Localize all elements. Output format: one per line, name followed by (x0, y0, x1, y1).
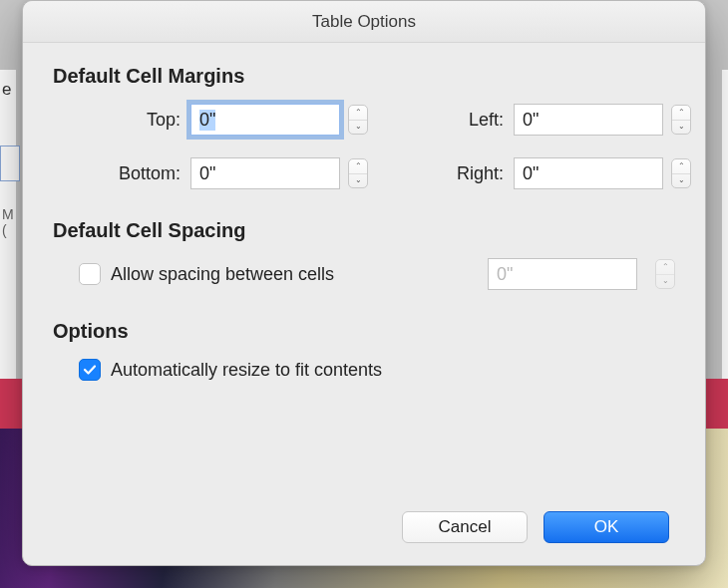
checkmark-icon (83, 363, 97, 377)
stepper-spacing: ⌃ ⌄ (655, 259, 675, 289)
stepper-down-icon[interactable]: ⌄ (349, 121, 367, 135)
background-document-strip (722, 70, 728, 389)
section-title-margins: Default Cell Margins (53, 65, 675, 88)
spacing-row: Allow spacing between cells ⌃ ⌄ (53, 258, 675, 290)
stepper-right[interactable]: ⌃ ⌄ (671, 158, 691, 188)
dialog-content: Default Cell Margins Top: ⌃ ⌄ Left: ⌃ ⌄ … (23, 43, 705, 565)
stepper-up-icon[interactable]: ⌃ (349, 106, 367, 121)
stepper-top[interactable]: ⌃ ⌄ (348, 105, 368, 135)
input-top[interactable] (190, 104, 340, 136)
input-bottom[interactable] (190, 157, 340, 189)
background-letter: M( (2, 206, 14, 238)
background-table-icon (0, 146, 20, 181)
table-options-dialog: Table Options Default Cell Margins Top: … (22, 0, 706, 566)
cancel-button[interactable]: Cancel (402, 511, 528, 543)
ok-button[interactable]: OK (544, 511, 669, 543)
stepper-bottom[interactable]: ⌃ ⌄ (348, 158, 368, 188)
label-left: Left: (418, 110, 514, 131)
label-allow-spacing: Allow spacing between cells (111, 264, 334, 285)
label-autofit: Automatically resize to fit contents (111, 360, 382, 381)
background-letter: e (2, 80, 11, 100)
dialog-title: Table Options (312, 12, 416, 32)
checkbox-autofit[interactable] (79, 359, 101, 381)
dialog-footer: Cancel OK (53, 511, 675, 549)
checkbox-allow-spacing[interactable] (79, 263, 101, 285)
stepper-up-icon[interactable]: ⌃ (672, 159, 690, 174)
titlebar: Table Options (23, 1, 705, 43)
label-bottom: Bottom: (79, 163, 190, 184)
input-spacing[interactable] (488, 258, 637, 290)
section-title-spacing: Default Cell Spacing (53, 219, 675, 242)
stepper-up-icon[interactable]: ⌃ (672, 106, 690, 121)
stepper-down-icon[interactable]: ⌄ (349, 174, 367, 188)
stepper-down-icon[interactable]: ⌄ (672, 121, 690, 135)
label-top: Top: (79, 110, 190, 131)
margins-grid: Top: ⌃ ⌄ Left: ⌃ ⌄ Bottom: ⌃ ⌄ Right: (53, 104, 675, 189)
stepper-left[interactable]: ⌃ ⌄ (671, 105, 691, 135)
stepper-down-icon[interactable]: ⌄ (672, 174, 690, 188)
section-title-options: Options (53, 320, 675, 343)
label-right: Right: (418, 163, 514, 184)
options-row: Automatically resize to fit contents (53, 359, 675, 381)
input-left[interactable] (514, 104, 663, 136)
input-right[interactable] (514, 157, 663, 189)
stepper-down-icon: ⌄ (656, 275, 674, 289)
stepper-up-icon: ⌃ (656, 260, 674, 275)
stepper-up-icon[interactable]: ⌃ (349, 159, 367, 174)
